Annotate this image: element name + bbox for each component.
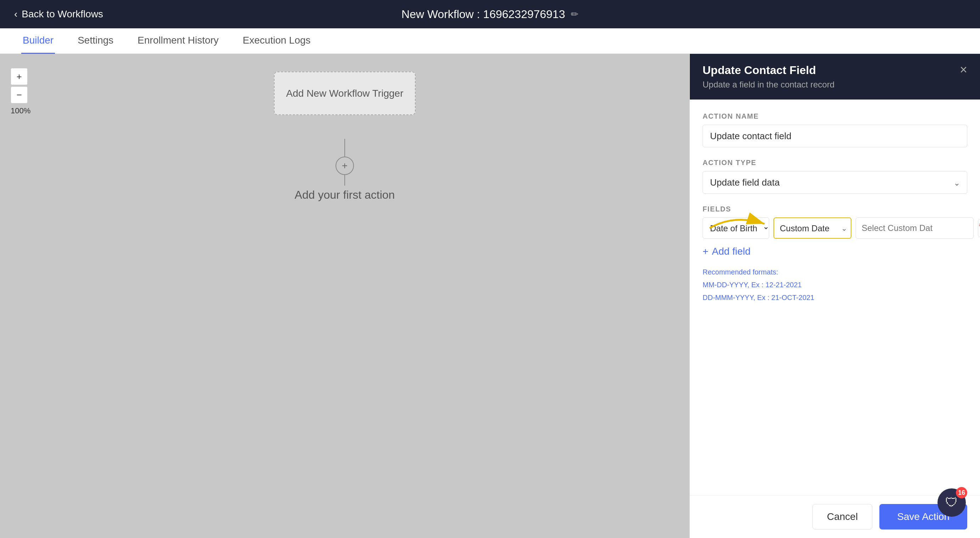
panel-subtitle: Update a field in the contact record: [703, 80, 967, 90]
fields-label: FIELDS: [703, 205, 967, 213]
first-action-label: Add your first action: [295, 189, 395, 202]
action-type-select-wrapper: Update field data: [703, 171, 967, 194]
fields-group: FIELDS Date of Birth: [703, 205, 967, 304]
custom-date-select-wrapper: Custom Date: [773, 217, 851, 239]
panel-body: ACTION NAME ACTION TYPE Update field dat…: [690, 100, 980, 495]
tab-builder[interactable]: Builder: [21, 29, 55, 54]
recommended-line1: MM-DD-YYYY, Ex : 12-21-2021: [703, 278, 967, 291]
chat-badge-count: 16: [956, 487, 967, 498]
panel-footer: Cancel Save Action: [690, 495, 980, 538]
action-type-label: ACTION TYPE: [703, 159, 967, 167]
tabs-bar: Builder Settings Enrollment History Exec…: [0, 29, 980, 54]
panel-header: Update Contact Field Update a field in t…: [690, 54, 980, 100]
back-to-workflows[interactable]: ‹ Back to Workflows: [14, 8, 103, 20]
add-field-label: Add field: [712, 246, 751, 257]
main-layout: + − 100% Add New Workflow Trigger + Add …: [0, 54, 980, 538]
action-name-group: ACTION NAME: [703, 112, 967, 148]
fields-row: Date of Birth: [703, 217, 967, 239]
edit-title-icon[interactable]: ✏: [571, 9, 579, 20]
cancel-button[interactable]: Cancel: [812, 504, 872, 530]
tab-settings[interactable]: Settings: [76, 29, 115, 54]
back-label: Back to Workflows: [22, 8, 103, 20]
chevron-left-icon: ‹: [14, 8, 18, 20]
panel-title: Update Contact Field: [703, 64, 967, 77]
plus-icon: +: [703, 246, 708, 257]
action-name-input[interactable]: [703, 125, 967, 148]
action-type-group: ACTION TYPE Update field data: [703, 159, 967, 194]
action-type-select[interactable]: Update field data: [703, 171, 967, 194]
add-field-button[interactable]: + Add field: [703, 246, 967, 257]
add-action-button[interactable]: +: [336, 157, 354, 175]
tag-icon[interactable]: 🔖: [978, 219, 980, 237]
chat-icon: 🛡: [945, 495, 958, 510]
zoom-out-button[interactable]: −: [11, 86, 28, 103]
close-panel-button[interactable]: ×: [960, 62, 967, 77]
recommended-formats: Recommended formats: MM-DD-YYYY, Ex : 12…: [703, 266, 967, 304]
connector-line-bottom: [344, 175, 345, 186]
recommended-line2: DD-MMM-YYYY, Ex : 21-OCT-2021: [703, 291, 967, 304]
trigger-box-text: Add New Workflow Trigger: [286, 86, 404, 100]
connector: +: [336, 139, 354, 186]
custom-date-container: Custom Date: [773, 217, 851, 239]
custom-date-select[interactable]: Custom Date: [773, 217, 851, 239]
plus-circle-icon: +: [342, 160, 348, 171]
tag-icon-symbol: 🔖: [978, 224, 980, 233]
recommended-label: Recommended formats:: [703, 266, 967, 278]
zoom-level: 100%: [11, 106, 30, 116]
field-name-select[interactable]: Date of Birth: [703, 217, 769, 239]
select-custom-date-input[interactable]: [856, 217, 974, 239]
action-name-label: ACTION NAME: [703, 112, 967, 121]
connector-line-top: [344, 139, 345, 157]
workflow-title-area: New Workflow : 1696232976913 ✏: [401, 8, 579, 21]
tab-execution-logs[interactable]: Execution Logs: [241, 29, 312, 54]
chat-badge[interactable]: 🛡 16: [937, 489, 966, 517]
zoom-in-button[interactable]: +: [11, 68, 28, 85]
zoom-controls: + − 100%: [11, 68, 30, 116]
topbar: ‹ Back to Workflows New Workflow : 16962…: [0, 0, 980, 29]
workflow-title: New Workflow : 1696232976913: [401, 8, 565, 21]
right-panel: Update Contact Field Update a field in t…: [689, 54, 980, 538]
tab-enrollment-history[interactable]: Enrollment History: [136, 29, 220, 54]
canvas-area: + − 100% Add New Workflow Trigger + Add …: [0, 54, 689, 538]
trigger-box[interactable]: Add New Workflow Trigger: [274, 71, 415, 115]
